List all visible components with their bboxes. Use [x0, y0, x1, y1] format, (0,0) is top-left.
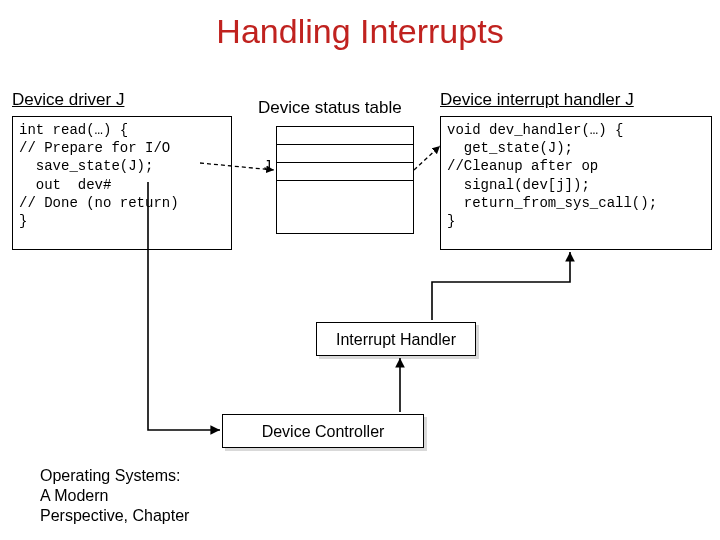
table-row — [277, 145, 413, 163]
table-row — [277, 181, 413, 235]
device-interrupt-handler-label: Device interrupt handler J — [440, 90, 634, 110]
device-driver-label: Device driver J — [12, 90, 124, 110]
device-status-table — [276, 126, 414, 234]
j-row-label: J — [264, 157, 271, 173]
device-status-table-label: Device status table — [258, 98, 402, 118]
table-row — [277, 163, 413, 181]
device-controller-box: Device Controller — [222, 414, 424, 448]
table-row — [277, 127, 413, 145]
handler-code-box: void dev_handler(…) { get_state(J); //Cl… — [440, 116, 712, 250]
arrows-overlay — [0, 0, 720, 540]
svg-line-1 — [414, 146, 440, 170]
footer-text: Operating Systems: A Modern Perspective,… — [40, 466, 189, 526]
interrupt-handler-box: Interrupt Handler — [316, 322, 476, 356]
driver-code-box: int read(…) { // Prepare for I/O save_st… — [12, 116, 232, 250]
slide-title: Handling Interrupts — [0, 12, 720, 51]
